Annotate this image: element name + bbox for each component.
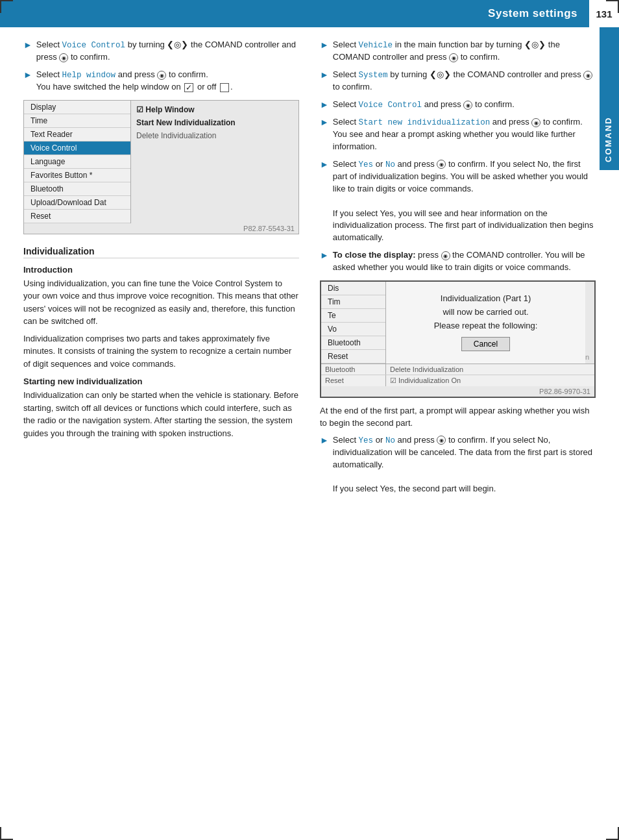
dialog-menu-left: Dis Tim Te Vo Bluetooth Reset — [321, 282, 386, 364]
dialog-screenshot: Dis Tim Te Vo Bluetooth Reset Individual… — [320, 280, 596, 398]
mono-vehicle: Vehicle — [359, 41, 393, 50]
r-bullet-system: ► Select System by turning ❮◎❯ the COMAN… — [320, 69, 596, 93]
r-press-symbol-4: ◉ — [531, 118, 540, 127]
end-mono-no: No — [385, 436, 395, 445]
dialog-menu-bluetooth: Bluetooth — [321, 336, 385, 350]
r-bullet-text-4: Select Start new individualization and p… — [333, 116, 596, 153]
end-press-symbol-1: ◉ — [437, 436, 446, 445]
left-column: ► Select Voice Control by turning ❮◎❯ th… — [23, 39, 299, 500]
dialog-menu-reset: Reset — [321, 350, 385, 364]
r-bullet-vehicle: ► Select Vehicle in the main function ba… — [320, 39, 596, 64]
dialog-bottom-reset: Reset — [321, 375, 386, 386]
dialog-cancel-button[interactable]: Cancel — [461, 337, 510, 351]
menu-right-help-window: Help Window — [136, 103, 293, 116]
dialog-split: Dis Tim Te Vo Bluetooth Reset Individual… — [321, 282, 594, 364]
dialog-bottom-left: Bluetooth — [321, 364, 386, 375]
dialog-bottom-bar: Bluetooth Delete Individualization — [321, 364, 594, 375]
dialog-line-1: Individualization (Part 1) — [441, 293, 531, 303]
corner-mark-tl — [0, 0, 13, 13]
corner-mark-tr — [606, 0, 619, 13]
dialog-menu-te: Te — [321, 309, 385, 323]
main-content: ► Select Voice Control by turning ❮◎❯ th… — [0, 27, 619, 512]
r-press-symbol-3: ◉ — [463, 101, 472, 110]
corner-mark-br — [606, 827, 619, 840]
r-bullet-yes-no-1: ► Select Yes or No and press ◉ to confir… — [320, 158, 596, 244]
r-bullet-text-5: Select Yes or No and press ◉ to confirm.… — [333, 158, 596, 244]
dialog-right-edge: n — [585, 282, 594, 364]
menu-split: Display Time Text Reader Voice Control L… — [24, 101, 298, 223]
r-mono-start-indiv: Start new individualization — [359, 118, 491, 127]
dialog-bottom-indiv-on: ☑ Individualization On — [386, 375, 594, 386]
r-bullet-text-6: To close the display: press ◉ the COMAND… — [333, 249, 596, 274]
r-bullet-text-2: Select System by turning ❮◎❯ the COMAND … — [333, 69, 596, 93]
mono-voice-control: Voice Control — [62, 41, 126, 50]
r-bullet-start-individualization: ► Select Start new individualization and… — [320, 116, 596, 153]
dialog-caption: P82.86-9970-31 — [321, 386, 594, 397]
starting-para: Individualization can only be started wh… — [23, 389, 299, 439]
dialog-line-3: Please repeat the following: — [434, 321, 538, 330]
bullet-voice-control: ► Select Voice Control by turning ❮◎❯ th… — [23, 39, 299, 64]
bullet-text-1: Select Voice Control by turning ❮◎❯ the … — [36, 39, 299, 64]
menu-row-text-reader: Text Reader — [24, 128, 130, 142]
r-mono-voice-control: Voice Control — [359, 101, 422, 110]
dialog-bottom-delete: Delete Individualization — [386, 364, 594, 375]
bullet-help-window: ► Select Help window and press ◉ to conf… — [23, 69, 299, 93]
r-mono-no-1: No — [385, 160, 395, 169]
menu-caption-1: P82.87-5543-31 — [24, 223, 298, 234]
r-bullet-close-display: ► To close the display: press ◉ the COMA… — [320, 249, 596, 274]
dialog-menu-vo: Vo — [321, 323, 385, 336]
dialog-content: Individualization (Part 1) will now be c… — [386, 282, 585, 364]
end-mono-yes: Yes — [359, 436, 374, 445]
mono-help-window: Help window — [62, 71, 116, 80]
r-press-symbol-2: ◉ — [583, 71, 592, 80]
r-bullet-text-1: Select Vehicle in the main function bar … — [333, 39, 596, 64]
r-bullet-arrow-4: ► — [320, 117, 329, 127]
menu-row-voice-control: Voice Control — [24, 142, 130, 155]
menu-row-language: Language — [24, 155, 130, 169]
sub-heading-introduction: Introduction — [23, 265, 299, 275]
end-bullet-arrow-1: ► — [320, 435, 329, 445]
press-symbol-2: ◉ — [157, 71, 166, 80]
menu-screenshot-1: Display Time Text Reader Voice Control L… — [23, 100, 299, 234]
page-header: System settings 131 — [0, 0, 619, 27]
checkbox-empty — [220, 83, 229, 92]
end-bullet-text-1: Select Yes or No and press ◉ to confirm.… — [333, 434, 596, 496]
r-press-symbol-6: ◉ — [441, 251, 450, 260]
dialog-menu-tim: Tim — [321, 295, 385, 309]
menu-right: Help Window Start New Individualization … — [131, 101, 298, 223]
r-bullet-arrow-1: ► — [320, 40, 329, 50]
dialog-menu-dis: Dis — [321, 282, 385, 295]
after-dialog-para: At the end of the first part, a prompt w… — [320, 404, 596, 430]
menu-right-start-individualization: Start New Individualization — [136, 116, 293, 129]
r-bullet-voice-control: ► Select Voice Control and press ◉ to co… — [320, 99, 596, 111]
r-press-symbol-1: ◉ — [449, 53, 458, 62]
controller-icon-1: ❮◎❯ — [167, 40, 188, 49]
r-controller-icon-1: ❮◎❯ — [524, 40, 546, 49]
checkbox-checked — [184, 83, 193, 92]
header-title-box: System settings — [488, 0, 588, 27]
r-mono-yes-1: Yes — [359, 160, 374, 169]
sub-heading-starting: Starting new individualization — [23, 377, 299, 386]
r-bullet-arrow-6: ► — [320, 250, 329, 260]
r-press-symbol-5: ◉ — [437, 160, 446, 169]
r-bullet-arrow-3: ► — [320, 99, 329, 110]
menu-row-display: Display — [24, 101, 130, 114]
intro-para-1: Using individualization, you can fine tu… — [23, 277, 299, 328]
r-controller-icon-2: ❮◎❯ — [430, 69, 451, 79]
press-symbol-1: ◉ — [59, 53, 68, 62]
mono-system: System — [359, 71, 388, 80]
dialog-line-2: will now be carried out. — [443, 307, 528, 317]
bullet-arrow-1: ► — [23, 40, 32, 50]
r-bullet-text-3: Select Voice Control and press ◉ to conf… — [333, 99, 515, 111]
menu-right-delete-individualization: Delete Individualization — [136, 129, 293, 142]
intro-para-2: Individualization comprises two parts an… — [23, 332, 299, 371]
menu-row-favorites: Favorites Button * — [24, 169, 130, 182]
menu-row-upload: Upload/Download Dat — [24, 196, 130, 210]
r-bullet-arrow-2: ► — [320, 69, 329, 80]
side-label: COMAND — [600, 27, 619, 170]
menu-row-reset: Reset — [24, 210, 130, 223]
bullet-arrow-2: ► — [23, 69, 32, 80]
page-title: System settings — [488, 7, 588, 20]
r-bullet-arrow-5: ► — [320, 159, 329, 169]
right-column: ► Select Vehicle in the main function ba… — [320, 39, 596, 500]
